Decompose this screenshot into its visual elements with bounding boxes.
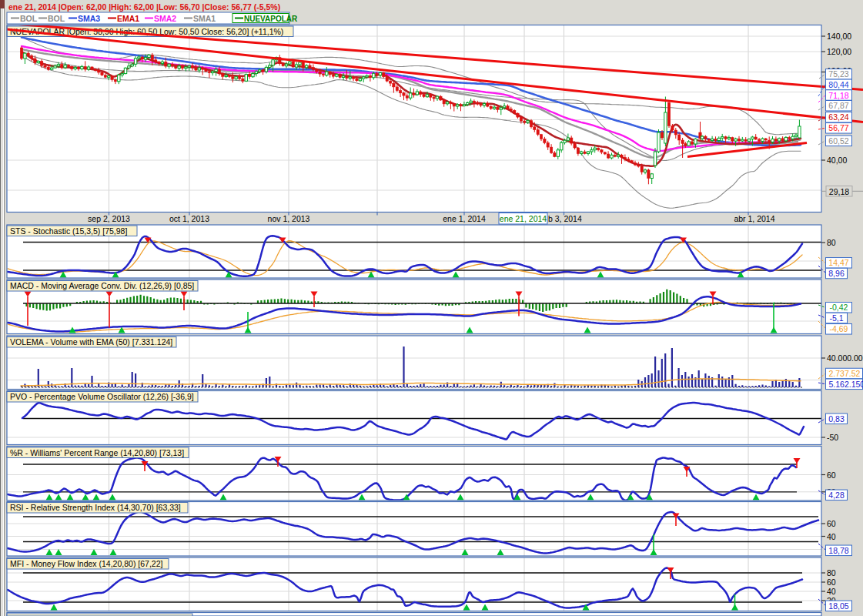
svg-text:5.162.150: 5.162.150 xyxy=(829,380,863,389)
svg-text:SMA2: SMA2 xyxy=(154,14,176,23)
svg-text:ene 21, 2014 |Open: 62,00 |Hig: ene 21, 2014 |Open: 62,00 |High: 62,00 |… xyxy=(8,2,280,12)
svg-text:MFI - Money Flow Index (14,20,: MFI - Money Flow Index (14,20,80) [67,22… xyxy=(10,559,163,568)
svg-text:80: 80 xyxy=(827,568,836,578)
svg-text:ene 1, 2014: ene 1, 2014 xyxy=(443,214,486,223)
svg-text:63,24: 63,24 xyxy=(828,112,848,122)
svg-text:abr 1, 2014: abr 1, 2014 xyxy=(734,214,774,223)
svg-text:2.737.52: 2.737.52 xyxy=(829,369,861,378)
svg-text:ene 21, 2014: ene 21, 2014 xyxy=(500,214,547,223)
svg-text:60,52: 60,52 xyxy=(828,136,848,146)
svg-text:SMA3: SMA3 xyxy=(78,14,100,23)
svg-text:BOL: BOL xyxy=(20,14,38,23)
svg-text:%R - Williams' Percent Range (: %R - Williams' Percent Range (14,20,80) … xyxy=(10,448,184,457)
svg-text:71,18: 71,18 xyxy=(828,91,848,100)
svg-text:4,28: 4,28 xyxy=(828,490,845,500)
svg-text:40,00: 40,00 xyxy=(827,156,847,165)
svg-text:EMA1: EMA1 xyxy=(117,14,139,23)
svg-text:sep 2, 2013: sep 2, 2013 xyxy=(88,214,130,223)
svg-text:140,00: 140,00 xyxy=(827,32,851,41)
svg-text:nov 1, 2013: nov 1, 2013 xyxy=(268,214,310,223)
svg-text:60: 60 xyxy=(827,519,836,528)
svg-text:60: 60 xyxy=(827,578,836,587)
svg-text:18,78: 18,78 xyxy=(828,546,848,555)
svg-text:MACD - Moving Average Conv. Di: MACD - Moving Average Conv. Div. (12,26,… xyxy=(10,281,194,290)
svg-text:80: 80 xyxy=(827,238,836,247)
svg-text:40: 40 xyxy=(827,587,836,596)
svg-text:80,44: 80,44 xyxy=(828,80,848,89)
svg-text:56,77: 56,77 xyxy=(828,123,848,132)
svg-text:oct 1, 2013: oct 1, 2013 xyxy=(169,214,209,223)
svg-text:75,23: 75,23 xyxy=(828,69,848,79)
svg-text:-0,42: -0,42 xyxy=(830,303,848,312)
svg-text:40.000.00: 40.000.00 xyxy=(827,353,863,363)
svg-text:BOL: BOL xyxy=(48,14,65,23)
svg-text:60: 60 xyxy=(827,470,836,480)
svg-text:STS - Stochastic (15,3,5) [75,: STS - Stochastic (15,3,5) [75,98] xyxy=(10,226,127,236)
svg-text:SMA1: SMA1 xyxy=(193,14,216,23)
svg-text:8,96: 8,96 xyxy=(828,269,845,278)
svg-text:b 3, 2014: b 3, 2014 xyxy=(548,214,582,223)
svg-text:VOLEMA - Volume with EMA (50): VOLEMA - Volume with EMA (50) [7.331.124… xyxy=(10,337,172,346)
svg-text:120,00: 120,00 xyxy=(827,47,851,56)
svg-text:40: 40 xyxy=(827,532,836,541)
svg-text:0,83: 0,83 xyxy=(828,414,845,424)
svg-text:18,05: 18,05 xyxy=(828,601,848,611)
svg-text:RSI - Relative Strength Index: RSI - Relative Strength Index (14,30,70)… xyxy=(10,503,181,512)
svg-text:NUEVAPOLAR: NUEVAPOLAR xyxy=(244,15,298,23)
svg-text:67,87: 67,87 xyxy=(828,101,848,110)
svg-text:29,18: 29,18 xyxy=(829,187,849,196)
svg-text:-4,69: -4,69 xyxy=(830,324,848,333)
svg-text:14,47: 14,47 xyxy=(828,258,848,267)
svg-text:PVO - Percentage Volume Oscill: PVO - Percentage Volume Oscillator (12,2… xyxy=(10,392,194,401)
svg-text:-5,1: -5,1 xyxy=(829,313,843,323)
svg-text:-50: -50 xyxy=(827,433,838,442)
